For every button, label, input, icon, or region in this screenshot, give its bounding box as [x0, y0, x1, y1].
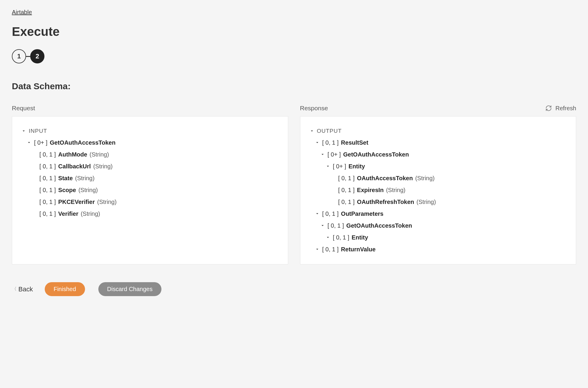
node-name: OutParameters	[341, 209, 383, 218]
node-name: State	[58, 173, 73, 183]
refresh-icon	[545, 105, 552, 111]
chevron-down-icon[interactable]	[26, 140, 32, 145]
tree-leaf[interactable]: [ 0, 1 ] PKCEVerifier (String)	[21, 196, 279, 208]
chevron-down-icon[interactable]	[325, 164, 331, 168]
node-name: Scope	[58, 185, 76, 195]
root-label: INPUT	[29, 127, 47, 135]
step-1[interactable]: 1	[12, 49, 26, 63]
page-title: Execute	[12, 25, 576, 39]
breadcrumb-link[interactable]: Airtable	[12, 9, 32, 16]
chevron-down-icon[interactable]	[315, 212, 320, 216]
node-name: Entity	[352, 233, 368, 242]
cardinality: [ 0, 1 ]	[322, 209, 339, 218]
section-title: Data Schema:	[12, 81, 576, 91]
request-header: Request	[12, 105, 288, 112]
tree-leaf[interactable]: [ 0, 1 ] AuthMode (String)	[21, 149, 279, 160]
tree-node-outparameters[interactable]: [ 0, 1 ] OutParameters	[309, 208, 567, 220]
tree-leaf[interactable]: [ 0, 1 ] OAuthAccessToken (String)	[309, 172, 567, 184]
cardinality: [ 0, 1 ]	[333, 233, 350, 242]
node-type: (String)	[89, 150, 109, 159]
chevron-down-icon[interactable]	[315, 247, 320, 251]
tree-root-input[interactable]: INPUT	[21, 125, 279, 137]
cardinality: [ 0+ ]	[333, 162, 346, 171]
refresh-button[interactable]: Refresh	[545, 105, 576, 112]
node-type: (String)	[386, 185, 406, 195]
discard-changes-button[interactable]: Discard Changes	[98, 282, 161, 296]
node-name: ReturnValue	[341, 245, 376, 254]
node-type: (String)	[78, 185, 98, 195]
chevron-down-icon[interactable]	[309, 129, 315, 133]
tree-leaf[interactable]: [ 0, 1 ] CallbackUrl (String)	[21, 160, 279, 172]
node-type: (String)	[416, 197, 436, 207]
node-name: GetOAuthAccessToken	[343, 150, 409, 159]
stepper: 1 2	[12, 49, 576, 63]
tree-leaf[interactable]: [ 0, 1 ] Scope (String)	[21, 184, 279, 196]
cardinality: [ 0+ ]	[34, 138, 47, 147]
chevron-down-icon[interactable]	[315, 140, 320, 145]
cardinality: [ 0, 1 ]	[39, 150, 56, 159]
node-name: CallbackUrl	[58, 162, 91, 171]
node-name: ResultSet	[341, 138, 368, 147]
cardinality: [ 0, 1 ]	[39, 162, 56, 171]
back-button[interactable]: 〈 Back	[12, 285, 33, 293]
finished-button[interactable]: Finished	[45, 282, 85, 296]
tree-node-rs-getoauthaccesstoken[interactable]: [ 0+ ] GetOAuthAccessToken	[309, 149, 567, 160]
cardinality: [ 0, 1 ]	[39, 197, 56, 207]
node-name: Entity	[349, 162, 365, 171]
node-name: GetOAuthAccessToken	[50, 138, 116, 147]
cardinality: [ 0, 1 ]	[39, 209, 56, 218]
tree-node-op-entity[interactable]: [ 0, 1 ] Entity	[309, 231, 567, 243]
tree-leaf[interactable]: [ 0, 1 ] Verifier (String)	[21, 208, 279, 220]
node-name: OAuthRefreshToken	[357, 197, 414, 207]
cardinality: [ 0, 1 ]	[338, 185, 355, 195]
node-name: AuthMode	[58, 150, 87, 159]
request-panel: INPUT [ 0+ ] GetOAuthAccessToken [ 0, 1 …	[12, 116, 288, 264]
step-2[interactable]: 2	[30, 49, 44, 63]
response-panel: OUTPUT [ 0, 1 ] ResultSet [ 0+ ] GetOAut…	[300, 116, 576, 264]
node-type: (String)	[75, 173, 95, 183]
root-label: OUTPUT	[317, 127, 342, 135]
node-name: PKCEVerifier	[58, 197, 95, 207]
step-connector	[26, 56, 30, 57]
chevron-down-icon[interactable]	[320, 223, 325, 228]
chevron-down-icon[interactable]	[21, 129, 26, 133]
cardinality: [ 0+ ]	[328, 150, 341, 159]
response-header: Response	[300, 105, 545, 112]
cardinality: [ 0, 1 ]	[328, 221, 344, 230]
tree-leaf[interactable]: [ 0, 1 ] OAuthRefreshToken (String)	[309, 196, 567, 208]
refresh-label: Refresh	[555, 105, 576, 112]
chevron-down-icon[interactable]	[320, 152, 325, 157]
tree-node-getoauthaccesstoken[interactable]: [ 0+ ] GetOAuthAccessToken	[21, 137, 279, 149]
cardinality: [ 0, 1 ]	[338, 197, 355, 207]
node-type: (String)	[97, 197, 117, 207]
node-type: (String)	[93, 162, 113, 171]
tree-node-returnvalue[interactable]: [ 0, 1 ] ReturnValue	[309, 243, 567, 255]
chevron-down-icon[interactable]	[325, 235, 331, 239]
cardinality: [ 0, 1 ]	[322, 245, 339, 254]
tree-leaf[interactable]: [ 0, 1 ] State (String)	[21, 172, 279, 184]
tree-root-output[interactable]: OUTPUT	[309, 125, 567, 137]
node-name: Verifier	[58, 209, 78, 218]
cardinality: [ 0, 1 ]	[338, 173, 355, 183]
node-name: GetOAuthAccessToken	[346, 221, 412, 230]
tree-node-resultset[interactable]: [ 0, 1 ] ResultSet	[309, 137, 567, 149]
cardinality: [ 0, 1 ]	[322, 138, 339, 147]
node-name: OAuthAccessToken	[357, 173, 413, 183]
cardinality: [ 0, 1 ]	[39, 185, 56, 195]
back-label: Back	[18, 285, 33, 293]
chevron-left-icon: 〈	[12, 286, 17, 292]
tree-leaf[interactable]: [ 0, 1 ] ExpiresIn (String)	[309, 184, 567, 196]
node-type: (String)	[81, 209, 100, 218]
node-name: ExpiresIn	[357, 185, 384, 195]
cardinality: [ 0, 1 ]	[39, 173, 56, 183]
tree-node-rs-entity[interactable]: [ 0+ ] Entity	[309, 160, 567, 172]
tree-node-op-getoauthaccesstoken[interactable]: [ 0, 1 ] GetOAuthAccessToken	[309, 220, 567, 231]
node-type: (String)	[415, 173, 435, 183]
